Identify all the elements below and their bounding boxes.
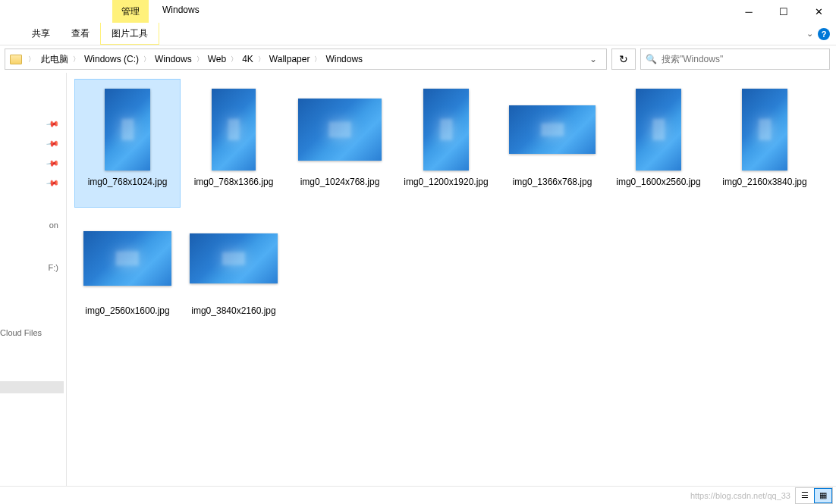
file-thumbnail [719,84,810,175]
chevron-right-icon[interactable]: 〉 [313,55,322,64]
ribbon-sub-picture-tools[interactable]: 图片工具 [100,23,159,45]
sidebar-quick-pin[interactable]: 📌 [0,133,66,153]
breadcrumb-item[interactable]: Windows [322,49,366,69]
breadcrumb-item[interactable]: Web [205,49,229,69]
chevron-right-icon[interactable]: 〉 [195,55,205,64]
search-icon: 🔍 [646,54,657,64]
chevron-right-icon[interactable]: 〉 [71,55,81,64]
minimize-button[interactable]: ─ [731,0,766,23]
folder-icon [10,55,22,64]
breadcrumb-item[interactable]: Windows [152,49,195,69]
file-label: img0_1600x2560.jpg [616,177,700,189]
breadcrumb-item[interactable]: 此电脑 [38,49,71,69]
chevron-right-icon[interactable]: 〉 [229,55,239,64]
file-label: img0_768x1366.jpg [194,177,274,189]
file-thumbnail [188,213,279,304]
file-label: img0_768x1024.jpg [88,177,168,189]
search-box[interactable]: 🔍 [640,49,830,70]
maximize-button[interactable]: ☐ [766,0,801,23]
file-label: img0_1024x768.jpg [300,177,380,189]
sidebar-item[interactable]: F:) [0,258,66,277]
chevron-right-icon[interactable]: 〉 [142,55,152,64]
ribbon-tab-manage[interactable]: 管理 [112,0,149,23]
view-thumbnails-button[interactable]: ▦ [814,488,832,503]
file-label: img0_1200x1920.jpg [404,177,488,189]
view-details-button[interactable]: ☰ [796,488,814,503]
status-bar: https://blog.csdn.net/qq_33 ☰ ▦ [0,486,836,504]
file-item[interactable]: img0_2560x1600.jpg [74,208,181,337]
file-thumbnail [507,84,598,175]
close-button[interactable]: ✕ [801,0,836,23]
sidebar-item[interactable]: Cloud Files [0,323,66,343]
address-bar-row: 〉 此电脑〉Windows (C:)〉Windows〉Web〉4K〉Wallpa… [0,45,836,73]
file-label: img0_2160x3840.jpg [722,177,806,189]
file-item[interactable]: img0_1200x1920.jpg [393,79,499,208]
file-item[interactable]: img0_1600x2560.jpg [605,79,712,208]
title-bar: 管理 Windows ─ ☐ ✕ [0,0,836,23]
watermark-text: https://blog.csdn.net/qq_33 [690,491,790,500]
breadcrumb-dropdown[interactable]: ⌄ [583,49,603,69]
view-toggle: ☰ ▦ [795,487,833,504]
ribbon-sub-view[interactable]: 查看 [61,23,100,45]
file-thumbnail [294,84,385,175]
ribbon-sub-share[interactable]: 共享 [21,23,61,45]
file-label: img0_1366x768.jpg [513,177,592,189]
breadcrumb-item[interactable]: Windows (C:) [81,49,142,69]
file-item[interactable]: img0_768x1024.jpg [74,79,181,208]
file-item[interactable]: img0_3840x2160.jpg [181,208,287,337]
file-item[interactable]: img0_2160x3840.jpg [712,79,818,208]
file-thumbnail [188,84,279,175]
help-icon[interactable]: ? [818,28,830,40]
sidebar-scroll-indicator [0,381,64,393]
sidebar-quick-pin[interactable]: 📌 [0,173,66,193]
file-label: img0_2560x1600.jpg [85,305,169,318]
file-label: img0_3840x2160.jpg [191,305,275,318]
file-item[interactable]: img0_1024x768.jpg [287,79,393,208]
sidebar-quick-pin[interactable]: 📌 [0,114,66,133]
breadcrumb-item[interactable]: Wallpaper [266,49,313,69]
file-thumbnail [613,84,704,175]
sidebar-item[interactable]: on [0,215,66,235]
window-title: Windows [149,0,213,23]
sidebar: 📌 📌 📌 📌 on F:) Cloud Files [0,73,67,504]
file-thumbnail [82,84,173,175]
breadcrumb[interactable]: 〉 此电脑〉Windows (C:)〉Windows〉Web〉4K〉Wallpa… [5,49,607,70]
chevron-right-icon[interactable]: 〉 [256,55,266,64]
refresh-button[interactable]: ↻ [611,49,636,70]
chevron-right-icon[interactable]: 〉 [27,55,36,64]
breadcrumb-item[interactable]: 4K [239,49,256,69]
sidebar-quick-pin[interactable]: 📌 [0,153,66,173]
chevron-down-icon[interactable]: ⌄ [806,29,813,39]
file-thumbnail [82,213,173,304]
file-item[interactable]: img0_1366x768.jpg [499,79,605,208]
file-item[interactable]: img0_768x1366.jpg [181,79,287,208]
file-thumbnail [401,84,492,175]
ribbon-sub-tabs: 共享 查看 图片工具 ⌄ ? [0,23,836,45]
search-input[interactable] [662,54,825,64]
file-content-area[interactable]: img0_768x1024.jpgimg0_768x1366.jpgimg0_1… [67,73,836,504]
